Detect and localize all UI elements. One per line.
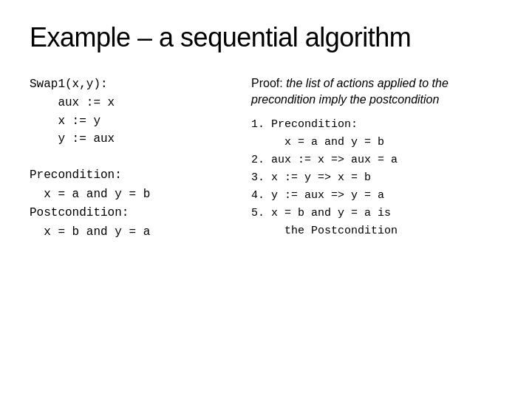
proof-step-3: 2. aux := x => aux = a xyxy=(251,151,502,169)
proof-intro-normal: Proof: xyxy=(251,77,286,89)
postcondition-label: Postcondition: xyxy=(30,204,236,223)
proof-step-6: 5. x = b and y = a is xyxy=(251,205,502,222)
code-line-3: y := aux xyxy=(30,130,236,149)
proof-step-5: 4. y := aux => y = a xyxy=(251,187,502,205)
proof-step-4: 3. x := y => x = b xyxy=(251,169,502,187)
proof-step-1: 1. Precondition: xyxy=(251,116,502,134)
proof-step-7: the Postcondition xyxy=(251,222,502,240)
page: Example – a sequential algorithm Swap1(x… xyxy=(0,0,532,399)
code-line-2: x := y xyxy=(30,112,236,131)
proof-intro: Proof: the list of actions applied to th… xyxy=(251,75,502,109)
right-column: Proof: the list of actions applied to th… xyxy=(251,75,502,377)
proof-steps: 1. Precondition: x = a and y = b 2. aux … xyxy=(251,116,502,240)
swap-code-block: Swap1(x,y): aux := x x := y y := aux xyxy=(30,75,236,149)
left-column: Swap1(x,y): aux := x x := y y := aux Pre… xyxy=(30,75,236,377)
proof-block: Proof: the list of actions applied to th… xyxy=(251,75,502,240)
code-line-1: aux := x xyxy=(30,94,236,112)
code-header: Swap1(x,y): xyxy=(30,75,236,94)
proof-step-2: x = a and y = b xyxy=(251,134,502,151)
precondition-value: x = a and y = b xyxy=(30,185,236,205)
page-title: Example – a sequential algorithm xyxy=(30,22,502,53)
postcondition-value: x = b and y = a xyxy=(30,223,236,242)
content-area: Swap1(x,y): aux := x x := y y := aux Pre… xyxy=(30,75,502,377)
precondition-label: Precondition: xyxy=(30,166,236,185)
conditions-block: Precondition: x = a and y = b Postcondit… xyxy=(30,166,236,242)
